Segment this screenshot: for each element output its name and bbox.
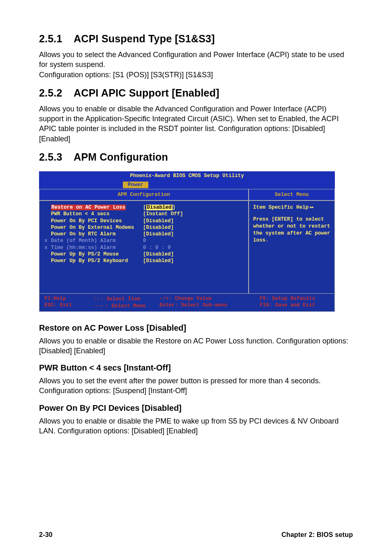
bios-item-prefix — [44, 218, 51, 224]
bios-item-row[interactable]: xTime (hh:mm:ss) Alarm 0 : 0 : 0 — [44, 244, 248, 251]
bios-item-prefix — [44, 211, 51, 217]
bios-item-row[interactable]: Power On by RTC Alarm[Disabled] — [44, 231, 248, 237]
bios-titlebar: Phoenix-Award BIOS CMOS Setup Utility — [39, 171, 335, 180]
section-251-title: ACPI Suspend Type [S1&S3] — [74, 33, 215, 44]
chapter-title: Chapter 2: BIOS setup — [281, 531, 353, 539]
bios-item-value: [Disabled] — [143, 231, 174, 237]
bios-right-panel: Select Menu Item Specific Help▸▸ Press [… — [248, 189, 334, 293]
bios-item-prefix — [44, 231, 51, 237]
bios-item-label: PWR Button < 4 secs — [51, 211, 143, 217]
page-footer: 2-30 Chapter 2: BIOS setup — [39, 531, 353, 539]
bios-left-panel: APM Configuration Restore on AC Power Lo… — [39, 189, 248, 293]
bios-item-prefix — [44, 251, 51, 258]
bios-item-label: Date (of Month) Alarm — [51, 237, 143, 244]
section-251-heading: 2.5.1 ACPI Suspend Type [S1&S3] — [39, 33, 353, 45]
page-number: 2-30 — [39, 531, 53, 539]
section-253-title: APM Configuration — [74, 151, 168, 163]
bios-item-value: [Disabled] — [143, 251, 174, 258]
updown-arrow-icon: ↑↓ — [94, 296, 100, 302]
footer-enter-sub: Enter: Select Sub-menu — [159, 302, 260, 309]
bios-tab-power[interactable]: Power — [123, 182, 148, 188]
bios-item-row[interactable]: Power Up By PS/2 Mouse[Disabled] — [44, 251, 248, 258]
bios-item-value: [Disabled] — [143, 258, 174, 264]
bios-item-label: Time (hh:mm:ss) Alarm — [51, 244, 143, 251]
footer-esc: ESC: Exit — [44, 302, 94, 309]
bios-item-value: [Disabled] — [143, 218, 174, 224]
bios-item-label: Power On By PCI Devices — [51, 218, 143, 224]
bios-screenshot: Phoenix-Award BIOS CMOS Setup Utility Po… — [39, 171, 335, 312]
bios-item-label: Restore on AC Power Loss — [51, 204, 143, 211]
bios-body: APM Configuration Restore on AC Power Lo… — [39, 189, 335, 294]
bios-item-row[interactable]: PWR Button < 4 secs[Instant Off] — [44, 211, 248, 217]
bios-footer: F1:Help ESC: Exit ↑↓ : Select Item →← : … — [39, 294, 335, 312]
section-252-heading: 2.5.2 ACPI APIC Support [Enabled] — [39, 87, 353, 99]
section-253-num: 2.5.3 — [39, 151, 71, 163]
pci-heading: Power On By PCI Devices [Disabled] — [39, 403, 353, 413]
leftright-arrow-icon: →← — [94, 303, 105, 309]
bios-item-row[interactable]: Power Up By PS/2 Keyboard[Disabled] — [44, 258, 248, 264]
bios-item-value: [Instant Off] — [143, 211, 183, 217]
footer-select-item: ↑↓ : Select Item — [94, 295, 159, 302]
footer-select-menu: →← : Select Menu — [94, 302, 159, 309]
bios-item-value: 0 — [143, 237, 146, 244]
bios-item-prefix: x — [44, 237, 51, 244]
bios-right-title: Select Menu — [249, 189, 334, 201]
section-252-body: Allows you to enable or disable the Adva… — [39, 104, 353, 144]
bios-item-value: [Disabled] — [143, 204, 175, 211]
bios-item-label: Power Up By PS/2 Mouse — [51, 251, 143, 258]
footer-change-value: -/+: Change Value — [159, 295, 260, 302]
bios-help-title: Item Specific Help▸▸ — [253, 204, 330, 211]
bios-item-value: 0 : 0 : 0 — [143, 244, 171, 251]
footer-f1: F1:Help — [44, 295, 94, 302]
restore-body: Allows you to enable or disable the Rest… — [39, 336, 353, 356]
bios-help-body: Press [ENTER] to select whether or not t… — [253, 216, 330, 244]
bios-item-value: [Disabled] — [143, 224, 174, 231]
section-252-title: ACPI APIC Support [Enabled] — [74, 87, 219, 99]
restore-heading: Restore on AC Power Loss [Disabled] — [39, 323, 353, 333]
bios-items-list: Restore on AC Power Loss[Disabled]PWR Bu… — [39, 201, 248, 293]
bios-tabs: Power — [39, 180, 335, 189]
pwr-heading: PWR Button < 4 secs [Instant-Off] — [39, 363, 353, 373]
chevron-right-icon: ▸▸ — [309, 205, 313, 210]
bios-item-label: Power On by RTC Alarm — [51, 231, 143, 237]
pci-body: Allows you to enable or disable the PME … — [39, 416, 353, 436]
bios-item-prefix — [44, 224, 51, 231]
pwr-body: Allows you to set the event after the po… — [39, 376, 353, 396]
bios-item-row[interactable]: Restore on AC Power Loss[Disabled] — [44, 204, 248, 211]
bios-help-panel: Item Specific Help▸▸ Press [ENTER] to se… — [249, 201, 334, 293]
footer-f5: F5: Setup Defaults — [260, 295, 330, 302]
bios-left-title: APM Configuration — [39, 189, 248, 201]
bios-item-row[interactable]: Power On By External Modems[Disabled] — [44, 224, 248, 231]
section-251-body: Allows you to select the Advanced Config… — [39, 50, 353, 80]
bios-item-row[interactable]: xDate (of Month) Alarm 0 — [44, 237, 248, 244]
bios-item-prefix — [44, 258, 51, 264]
bios-item-prefix — [44, 204, 51, 211]
bios-item-row[interactable]: Power On By PCI Devices[Disabled] — [44, 218, 248, 224]
bios-item-label: Power Up By PS/2 Keyboard — [51, 258, 143, 264]
section-252-num: 2.5.2 — [39, 87, 71, 99]
bios-item-label: Power On By External Modems — [51, 224, 143, 231]
footer-f10: F10: Save and Exit — [260, 302, 330, 309]
section-251-num: 2.5.1 — [39, 33, 71, 45]
section-253-heading: 2.5.3 APM Configuration — [39, 151, 353, 163]
bios-item-prefix: x — [44, 244, 51, 251]
